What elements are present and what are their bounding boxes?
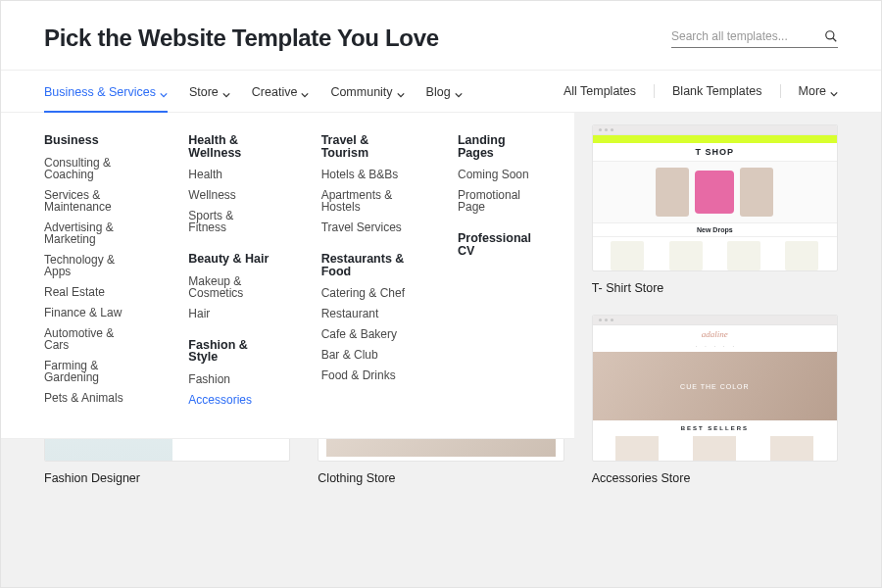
mega-link[interactable]: Apartments & Hostels [321,189,409,213]
mega-link[interactable]: Real Estate [44,286,139,298]
thumb-label: New Drops [593,222,837,237]
nav-store[interactable]: Store [189,72,230,112]
nav-label: Business & Services [44,85,156,99]
mega-link[interactable]: Coming Soon [458,169,531,180]
page-title: Pick the Website Template You Love [44,24,439,52]
mega-link[interactable]: Advertising & Marketing [44,221,139,245]
category-nav: Business & Services Store Creative Commu… [1,71,881,113]
mega-heading[interactable]: Professional CV [458,232,531,257]
mega-link[interactable]: Bar & Club [321,349,409,361]
thumb-brand: adaline [593,325,837,343]
mega-heading[interactable]: Travel & Tourism [321,134,409,159]
nav-creative[interactable]: Creative [252,72,310,112]
template-caption: T- Shirt Store [592,281,838,295]
nav-business-services[interactable]: Business & Services [44,72,168,113]
mega-link[interactable]: Finance & Law [44,307,139,318]
nav-community[interactable]: Community [330,72,404,112]
mega-col-health: Health & Wellness Health Wellness Sports… [188,134,271,415]
mega-link[interactable]: Hotels & B&Bs [321,169,409,180]
template-card[interactable]: adaline ····· CUE THE COLOR BEST SELLERS… [592,315,838,485]
thumb-label: BEST SELLERS [593,420,837,436]
template-caption: Accessories Store [592,471,838,485]
mega-heading[interactable]: Beauty & Hair [188,253,271,266]
chevron-down-icon [222,88,230,96]
nav-all-templates[interactable]: All Templates [564,71,636,112]
mega-link[interactable]: Travel Services [321,221,409,233]
chevron-down-icon [397,88,405,96]
mega-link[interactable]: Pets & Animals [44,392,139,404]
template-thumb-tshop: T SHOP New Drops [592,124,838,271]
mega-link[interactable]: Restaurant [321,308,409,319]
mega-heading[interactable]: Restaurants & Food [321,253,409,277]
thumb-hero-text: CUE THE COLOR [593,352,837,420]
chevron-down-icon [830,87,838,95]
nav-more[interactable]: More [799,71,838,112]
mega-heading[interactable]: Fashion & Style [188,339,271,364]
mega-heading[interactable]: Health & Wellness [188,134,271,159]
nav-label: More [799,84,826,98]
mega-heading[interactable]: Business [44,134,139,147]
header: Pick the Website Template You Love [1,1,881,71]
mega-link[interactable]: Automotive & Cars [44,327,139,351]
search-input[interactable] [671,29,824,43]
chevron-down-icon [301,88,309,96]
nav-label: Creative [252,85,298,99]
chevron-down-icon [160,88,168,96]
mega-link[interactable]: Services & Maintenance [44,189,139,213]
mega-link[interactable]: Cafe & Bakery [321,328,409,340]
browser-chrome [593,125,837,135]
template-card[interactable]: T SHOP New Drops T- Shirt Store [592,124,838,295]
mega-link[interactable]: Wellness [188,189,271,201]
mega-menu: Business Consulting & Coaching Services … [1,113,574,439]
mega-link[interactable]: Consulting & Coaching [44,157,139,180]
browser-chrome [593,316,837,325]
mega-link[interactable]: Sports & Fitness [188,210,271,233]
nav-label: Blog [426,85,451,99]
search-icon [824,29,838,43]
mega-link[interactable]: Fashion [188,373,271,385]
chevron-down-icon [455,88,463,96]
nav-separator [654,84,655,98]
mega-link[interactable]: Catering & Chef [321,287,409,299]
mega-link[interactable]: Hair [188,308,271,319]
template-thumb-adaline: adaline ····· CUE THE COLOR BEST SELLERS [592,315,838,462]
nav-label: Community [330,85,392,99]
mega-link[interactable]: Food & Drinks [321,369,409,381]
mega-col-landing: Landing Pages Coming Soon Promotional Pa… [458,134,531,415]
svg-line-1 [833,37,837,41]
mega-col-travel: Travel & Tourism Hotels & B&Bs Apartment… [321,134,409,415]
mega-link[interactable]: Technology & Apps [44,254,139,277]
nav-blank-templates[interactable]: Blank Templates [672,71,762,112]
svg-point-0 [826,30,834,38]
mega-link[interactable]: Makeup & Cosmetics [188,275,271,299]
mega-col-business: Business Consulting & Coaching Services … [44,134,139,415]
template-caption: Clothing Store [318,471,564,485]
nav-separator [780,84,781,98]
mega-link-accessories[interactable]: Accessories [188,394,271,406]
page-body: Business Consulting & Coaching Services … [1,113,881,588]
mega-heading[interactable]: Landing Pages [458,134,531,159]
mega-link[interactable]: Farming & Gardening [44,360,139,383]
nav-label: Store [189,85,219,99]
search-box[interactable] [671,29,838,48]
mega-link[interactable]: Promotional Page [458,189,531,213]
mega-link[interactable]: Health [188,169,271,180]
template-caption: Fashion Designer [44,471,290,485]
thumb-brand: T SHOP [593,143,837,162]
nav-blog[interactable]: Blog [426,72,463,112]
